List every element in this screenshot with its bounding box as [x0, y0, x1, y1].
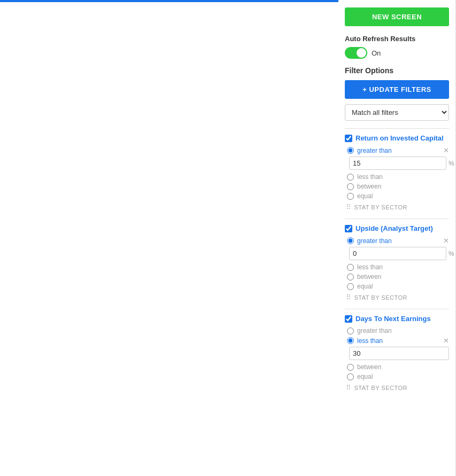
upside-radio-greater-label: greater than — [357, 237, 392, 245]
roic-filter-title: Return on Invested Capital — [355, 134, 444, 142]
days-radio-between: between — [347, 363, 449, 371]
update-filters-button[interactable]: + UPDATE FILTERS — [345, 80, 449, 99]
days-stat-label: STAT BY SECTOR — [354, 385, 408, 391]
days-radio-between-input[interactable] — [347, 364, 354, 371]
days-radio-greater-label: greater than — [357, 327, 392, 334]
days-drag-icon: ⠿ — [346, 384, 352, 392]
auto-refresh-toggle[interactable] — [345, 47, 367, 59]
roic-radio-equal-input[interactable] — [347, 193, 354, 200]
days-filter-title: Days To Next Earnings — [355, 315, 431, 323]
days-checkbox[interactable] — [345, 315, 352, 323]
upside-input-row: % — [347, 247, 449, 260]
upside-filter-title: Upside (Analyst Target) — [355, 224, 433, 232]
upside-filter-title-row: Upside (Analyst Target) — [345, 224, 449, 232]
new-screen-button[interactable]: NEW SCREEN — [345, 7, 449, 26]
upside-radio-greater: greater than ✕ — [347, 237, 449, 245]
upside-radio-less: less than — [347, 263, 449, 271]
roic-close-icon[interactable]: ✕ — [443, 146, 449, 154]
roic-radio-greater-input[interactable] — [347, 147, 354, 154]
filter-options-label: Filter Options — [345, 66, 449, 75]
days-radio-equal: equal — [347, 373, 449, 380]
days-stat-by-sector[interactable]: ⠿ STAT BY SECTOR — [345, 384, 449, 392]
upside-filter-section: Upside (Analyst Target) greater than ✕ %… — [345, 219, 449, 301]
upside-radio-equal-input[interactable] — [347, 283, 354, 290]
roic-checkbox[interactable] — [345, 135, 352, 142]
sidebar: NEW SCREEN Auto Refresh Results On Filte… — [338, 0, 456, 476]
toggle-row: On — [345, 47, 449, 59]
days-radio-greater: greater than — [347, 327, 449, 334]
roic-radio-between-label: between — [357, 183, 381, 190]
roic-radio-between: between — [347, 183, 449, 190]
days-radio-equal-label: equal — [357, 373, 373, 380]
days-radio-less: less than ✕ — [347, 337, 449, 345]
roic-percent-label: % — [449, 160, 454, 167]
upside-radio-equal-label: equal — [357, 283, 373, 290]
top-bar — [0, 0, 338, 2]
upside-stat-by-sector[interactable]: ⠿ STAT BY SECTOR — [345, 293, 449, 301]
days-radio-group: greater than less than ✕ between equal — [345, 327, 449, 380]
upside-radio-greater-input[interactable] — [347, 237, 354, 244]
roic-radio-equal-label: equal — [357, 192, 373, 200]
upside-radio-between-label: between — [357, 273, 381, 280]
upside-close-icon[interactable]: ✕ — [443, 237, 449, 245]
roic-filter-title-row: Return on Invested Capital — [345, 134, 449, 142]
days-radio-equal-input[interactable] — [347, 373, 354, 380]
days-filter-title-row: Days To Next Earnings — [345, 315, 449, 323]
roic-filter-section: Return on Invested Capital greater than … — [345, 128, 449, 211]
days-radio-less-label: less than — [357, 337, 383, 345]
upside-radio-less-label: less than — [357, 263, 383, 271]
roic-radio-less-label: less than — [357, 173, 383, 181]
roic-radio-greater-label: greater than — [357, 147, 392, 154]
roic-stat-label: STAT BY SECTOR — [354, 204, 408, 210]
roic-radio-less: less than — [347, 173, 449, 181]
upside-radio-between-input[interactable] — [347, 274, 354, 280]
roic-drag-icon: ⠿ — [346, 203, 352, 211]
roic-radio-between-input[interactable] — [347, 183, 354, 190]
roic-radio-group: greater than ✕ % less than between equal — [345, 146, 449, 200]
upside-radio-group: greater than ✕ % less than between equal — [345, 237, 449, 290]
days-radio-greater-input[interactable] — [347, 327, 354, 334]
roic-radio-equal: equal — [347, 192, 449, 200]
roic-stat-by-sector[interactable]: ⠿ STAT BY SECTOR — [345, 203, 449, 211]
roic-radio-greater: greater than ✕ — [347, 146, 449, 154]
toggle-on-label: On — [372, 49, 381, 57]
upside-drag-icon: ⠿ — [346, 293, 352, 301]
upside-radio-equal: equal — [347, 283, 449, 290]
upside-stat-label: STAT BY SECTOR — [354, 294, 408, 301]
days-radio-less-input[interactable] — [347, 337, 354, 344]
days-close-icon[interactable]: ✕ — [443, 337, 449, 345]
days-input-row — [347, 347, 449, 360]
days-value-input[interactable] — [349, 347, 449, 360]
auto-refresh-label: Auto Refresh Results — [345, 35, 449, 43]
roic-radio-less-input[interactable] — [347, 174, 354, 181]
upside-radio-less-input[interactable] — [347, 264, 354, 271]
upside-radio-between: between — [347, 273, 449, 280]
roic-value-input[interactable] — [349, 157, 446, 170]
auto-refresh-section: Auto Refresh Results On — [345, 35, 449, 59]
upside-percent-label: % — [449, 250, 454, 257]
upside-checkbox[interactable] — [345, 225, 352, 232]
match-filter-select[interactable]: Match all filters Match any filter — [345, 104, 449, 121]
days-filter-section: Days To Next Earnings greater than less … — [345, 309, 449, 392]
roic-input-row: % — [347, 157, 449, 170]
days-radio-between-label: between — [357, 363, 381, 371]
upside-value-input[interactable] — [349, 247, 446, 260]
